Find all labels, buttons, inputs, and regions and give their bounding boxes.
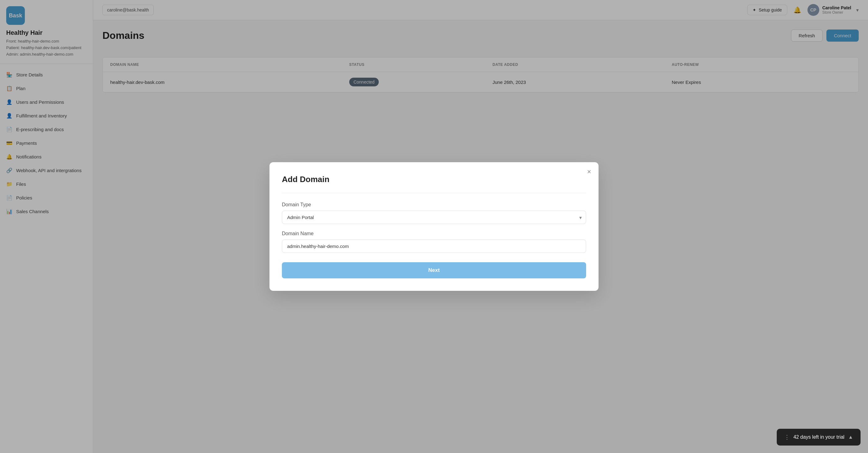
trial-banner-text: 42 days left in your trial bbox=[794, 434, 845, 440]
next-button[interactable]: Next bbox=[282, 262, 586, 278]
domain-type-field: Domain Type Admin PortalPatient PortalFr… bbox=[282, 202, 586, 224]
domain-type-select[interactable]: Admin PortalPatient PortalFront bbox=[282, 211, 586, 224]
modal-title: Add Domain bbox=[282, 175, 586, 193]
trial-banner: ⋮ 42 days left in your trial ▲ bbox=[777, 429, 861, 446]
modal-close-button[interactable]: × bbox=[587, 168, 591, 175]
dots-icon: ⋮ bbox=[784, 434, 790, 441]
domain-name-label: Domain Name bbox=[282, 231, 586, 236]
modal-overlay[interactable]: × Add Domain Domain Type Admin PortalPat… bbox=[0, 0, 868, 453]
chevron-up-icon: ▲ bbox=[848, 434, 853, 440]
add-domain-modal: × Add Domain Domain Type Admin PortalPat… bbox=[270, 162, 598, 291]
domain-name-input[interactable] bbox=[282, 239, 586, 253]
domain-name-field: Domain Name bbox=[282, 231, 586, 253]
domain-type-label: Domain Type bbox=[282, 202, 586, 207]
domain-type-select-wrapper: Admin PortalPatient PortalFront ▾ bbox=[282, 211, 586, 224]
